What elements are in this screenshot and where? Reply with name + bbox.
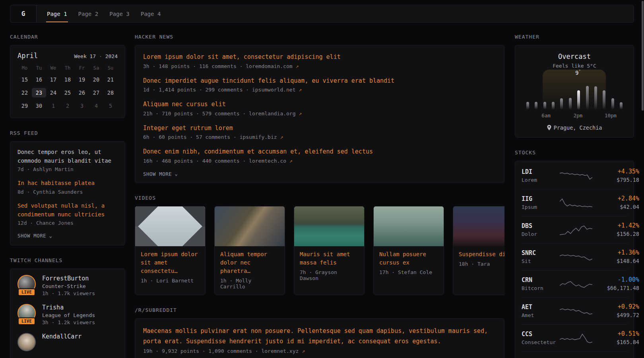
page-tab[interactable]: Page 3: [104, 5, 135, 22]
video-meta: 1h · Molly Carrillo: [220, 278, 279, 290]
temperature-bar: [611, 98, 614, 109]
stock-symbol: AET: [522, 304, 560, 311]
video-body: Nullam posuere cursus ex 17h · Stefan Co…: [374, 246, 444, 280]
stock-row[interactable]: CCS Consectetur +0.51% $165.84: [522, 324, 627, 351]
stock-change: +1.36%: [592, 249, 639, 256]
video-body: Aliquam tempor dolor nec pharetra… 1h · …: [215, 246, 285, 295]
calendar-day: 25: [60, 88, 75, 97]
item-domain[interactable]: loremnet.xyz: [261, 348, 299, 354]
chevron-down-icon: ⌄: [49, 235, 52, 237]
stock-row[interactable]: DBS Dolor +1.42% $156.28: [522, 216, 627, 243]
subreddit-post-title[interactable]: Maecenas mollis pulvinar erat non posuer…: [143, 326, 496, 347]
hacker-news-item-title[interactable]: Donec imperdiet augue tincidunt felis al…: [143, 76, 496, 86]
calendar-day-grid: 1516171819202122232425262728293012345: [17, 75, 118, 111]
video-card[interactable]: Mauris sit amet massa felis 7h · Grayson…: [294, 206, 365, 295]
channel-game: Counter-Strike: [42, 283, 95, 289]
video-title[interactable]: Nullam posuere cursus ex: [379, 250, 438, 267]
video-title[interactable]: Mauris sit amet massa felis: [300, 250, 359, 267]
video-title[interactable]: Suspendisse diam: [459, 250, 504, 259]
item-domain[interactable]: loremlandia.org: [249, 111, 295, 117]
calendar-day: 22: [17, 88, 32, 97]
twitch-channel-row[interactable]: LIVE Trisha League of Legends 3h · 1.2k …: [17, 304, 118, 325]
item-meta-text: 16h · 468 points · 440 comments ·: [143, 158, 249, 164]
hacker-news-item-title[interactable]: Donec enim nibh, condimentum et accumsan…: [143, 147, 496, 156]
rss-show-more-button[interactable]: SHOW MORE ⌄: [17, 233, 118, 239]
subreddit-section-label: /R/SUBREDDIT: [135, 307, 504, 313]
scrollbar-thumb[interactable]: [642, 1, 644, 111]
rss-item-title[interactable]: Sed volutpat nulla nisl, a condimentum n…: [17, 202, 118, 219]
video-card[interactable]: Aliquam tempor dolor nec pharetra… 1h · …: [214, 206, 285, 295]
calendar-day: 18: [60, 75, 75, 84]
stock-change: +0.92%: [592, 303, 639, 310]
channel-info: Trisha League of Legends 3h · 1.2k viewe…: [42, 304, 95, 325]
rss-item-title[interactable]: Donec tempor eros leo, ut commodo mauris…: [17, 148, 118, 165]
calendar-day: 27: [89, 88, 103, 97]
item-domain[interactable]: loremtech.co: [249, 158, 286, 164]
stock-row[interactable]: AHS +0.46%: [522, 351, 627, 358]
stock-row[interactable]: CRN Bitcorn -1.00% $66,171.48: [522, 270, 627, 297]
channel-viewers: 3h · 1.2k viewers: [42, 319, 95, 325]
chevron-down-icon: ⌄: [175, 173, 178, 175]
stock-row[interactable]: LDI Lorem +4.35% $795.18: [522, 162, 627, 189]
stock-row[interactable]: IIG Ipsum +2.84% $42.04: [522, 189, 627, 216]
weekday-label: Mo: [17, 65, 32, 71]
hacker-news-item-title[interactable]: Aliquam nec cursus elit: [143, 100, 496, 109]
stock-change: +0.51%: [592, 330, 639, 337]
stock-row[interactable]: AET Amet +0.92% $499.72: [522, 297, 627, 324]
video-title[interactable]: Lorem ipsum dolor sit amet consectetu…: [141, 250, 200, 275]
external-link-icon: ↗: [280, 134, 283, 140]
videos-widget: VIDEOS Lorem ipsum dolor sit amet consec…: [135, 195, 504, 295]
left-column: CALENDAR April Week 17 · 2024 MoTuWeThFr…: [10, 34, 125, 358]
item-domain[interactable]: ipsumworld.net: [252, 87, 296, 93]
app-logo[interactable]: G: [10, 5, 37, 22]
stock-row[interactable]: SNRC Sit +1.36% $148.64: [522, 243, 627, 270]
page-tab[interactable]: Page 2: [73, 5, 104, 22]
hacker-news-item-title[interactable]: Lorem ipsum dolor sit amet, consectetur …: [143, 53, 496, 62]
hacker-news-item-title[interactable]: Integer eget rutrum lorem: [143, 124, 496, 133]
stock-price: $499.72: [592, 312, 639, 318]
twitch-channel-row[interactable]: LIVE ForrestBurton Counter-Strike 1h · 1…: [17, 275, 118, 296]
rss-item-meta: 8d · Cynthia Saunders: [17, 189, 118, 195]
weekday-label: Su: [103, 65, 118, 71]
location-pin-icon: [547, 125, 551, 130]
columns: CALENDAR April Week 17 · 2024 MoTuWeThFr…: [10, 34, 634, 358]
page-tabs: Page 1 Page 2 Page 3 Page 4: [37, 5, 166, 22]
hacker-news-item-meta: 16h · 468 points · 440 comments · loremt…: [143, 158, 496, 164]
stock-symbol: CCS: [522, 331, 560, 338]
temperature-bar: [543, 102, 546, 109]
video-thumbnail: [215, 206, 285, 246]
stock-name: Sit: [522, 258, 560, 264]
weather-card: Overcast Feels like 5°C 9° 6am2pm10pm: [515, 45, 634, 138]
video-card[interactable]: Lorem ipsum dolor sit amet consectetu… 1…: [135, 206, 206, 295]
page-tab[interactable]: Page 1: [41, 5, 73, 22]
item-domain[interactable]: loremdomain.com: [246, 63, 292, 69]
channel-name[interactable]: KendallCarr: [42, 333, 81, 340]
item-domain[interactable]: ipsumify.biz: [240, 134, 277, 140]
page-tab[interactable]: Page 4: [135, 5, 167, 22]
stock-values: +1.42% $156.28: [592, 222, 639, 237]
calendar-day: 4: [89, 101, 103, 111]
hacker-news-card: Lorem ipsum dolor sit amet, consectetur …: [135, 45, 504, 183]
temperature-bar: [560, 98, 563, 109]
hacker-news-show-more-button[interactable]: SHOW MORE ⌄: [143, 171, 496, 177]
degree-symbol: °: [578, 69, 580, 73]
stock-symbol: DBS: [522, 222, 560, 230]
video-meta: 18h · Tara: [459, 261, 504, 267]
video-card[interactable]: Suspendisse diam 18h · Tara: [453, 206, 504, 295]
video-card[interactable]: Nullam posuere cursus ex 17h · Stefan Co…: [373, 206, 444, 295]
calendar-week: Week 17: [74, 53, 96, 59]
rss-item-title[interactable]: In hac habitasse platea: [17, 179, 118, 188]
live-badge: LIVE: [18, 317, 35, 325]
temperature-bar: [603, 90, 605, 109]
calendar-day: 19: [75, 75, 89, 84]
stock-sparkline: [560, 197, 592, 208]
calendar-weekday-row: MoTuWeThFrSaSu: [17, 65, 118, 71]
twitch-channel-row[interactable]: LIVE KendallCarr: [17, 333, 118, 351]
hacker-news-item-meta: 3h · 148 points · 116 comments · loremdo…: [143, 63, 496, 69]
channel-name[interactable]: ForrestBurton: [42, 275, 95, 282]
time-tick-label: 6am: [541, 113, 551, 119]
weather-section-label: WEATHER: [515, 34, 634, 40]
video-title[interactable]: Aliquam tempor dolor nec pharetra…: [220, 250, 279, 275]
channel-name[interactable]: Trisha: [42, 304, 95, 311]
rss-item: Donec tempor eros leo, ut commodo mauris…: [17, 148, 118, 172]
